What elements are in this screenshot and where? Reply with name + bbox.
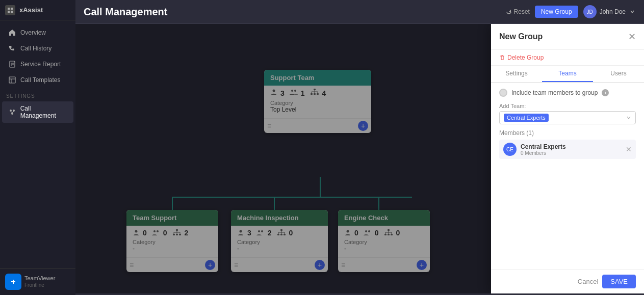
- report-icon: [8, 60, 16, 68]
- svg-point-11: [10, 110, 12, 112]
- home-icon: [8, 29, 16, 37]
- new-group-modal: New Group ✕ Delete Group Settings Teams …: [491, 24, 644, 293]
- modal-tabs: Settings Teams Users: [491, 66, 644, 83]
- sidebar-item-call-management[interactable]: Call Management: [2, 101, 73, 123]
- sidebar-nav: Overview Call History Service Report Cal…: [0, 20, 75, 268]
- svg-point-13: [11, 113, 13, 115]
- modal-close-button[interactable]: ✕: [628, 31, 636, 42]
- main-header: Call Management Reset New Group JD John …: [75, 0, 644, 24]
- svg-rect-8: [9, 77, 15, 83]
- svg-rect-2: [8, 11, 10, 13]
- sidebar-item-overview[interactable]: Overview: [2, 25, 73, 40]
- svg-rect-0: [8, 8, 10, 10]
- svg-line-14: [11, 112, 12, 113]
- modal-body: Include team members to group i Add Team…: [491, 83, 644, 269]
- user-name: John Doe: [600, 8, 626, 15]
- svg-point-12: [13, 110, 15, 112]
- canvas-area: Support Team 3 1 4 Catego: [75, 24, 644, 293]
- avatar: JD: [583, 5, 597, 18]
- tv-logo-text: TeamViewer Frontline: [24, 275, 55, 288]
- tv-branding: TeamViewer Frontline: [0, 268, 75, 295]
- template-icon: [8, 76, 16, 84]
- save-button[interactable]: SAVE: [602, 275, 636, 288]
- svg-line-15: [12, 112, 14, 113]
- cancel-button[interactable]: Cancel: [578, 278, 598, 285]
- tv-logo: TeamViewer Frontline: [5, 274, 70, 290]
- delete-group-row[interactable]: Delete Group: [491, 50, 644, 66]
- member-info: CE Central Experts 0 Members: [503, 143, 566, 156]
- info-icon: i: [602, 89, 609, 96]
- app-name: xAssist: [19, 6, 43, 14]
- add-team-label: Add Team:: [499, 103, 636, 109]
- tv-logo-box: [5, 274, 21, 290]
- phone-icon: [8, 44, 16, 52]
- svg-rect-3: [11, 11, 13, 13]
- toggle-button[interactable]: [499, 89, 507, 97]
- management-icon: [8, 108, 16, 116]
- dropdown-icon: [626, 115, 631, 120]
- modal-header: New Group ✕: [491, 24, 644, 50]
- user-info: JD John Doe: [583, 5, 636, 18]
- user-menu-icon: [629, 8, 636, 15]
- toggle-row: Include team members to group i: [499, 89, 636, 97]
- sidebar: xAssist Overview Call History Service Re…: [0, 0, 75, 295]
- members-label: Members (1): [499, 129, 636, 137]
- header-right: Reset New Group JD John Doe: [506, 5, 636, 18]
- tab-teams[interactable]: Teams: [542, 66, 593, 82]
- member-row: CE Central Experts 0 Members ✕: [499, 140, 636, 159]
- settings-label: SETTINGS: [0, 88, 75, 101]
- member-avatar: CE: [503, 143, 517, 156]
- team-tag: Central Experts: [504, 114, 549, 122]
- modal-overlay: New Group ✕ Delete Group Settings Teams …: [75, 24, 644, 293]
- page-title: Call Management: [84, 6, 167, 18]
- sidebar-item-call-history[interactable]: Call History: [2, 41, 73, 56]
- team-input[interactable]: Central Experts: [499, 111, 636, 124]
- main-area: Call Management Reset New Group JD John …: [75, 0, 644, 295]
- sidebar-logo: xAssist: [0, 0, 75, 20]
- modal-footer: Cancel SAVE: [491, 269, 644, 293]
- tab-users[interactable]: Users: [593, 66, 644, 82]
- modal-title: New Group: [499, 32, 543, 41]
- sidebar-item-service-report[interactable]: Service Report: [2, 57, 73, 72]
- trash-icon: [499, 55, 505, 61]
- reset-button[interactable]: Reset: [506, 8, 530, 15]
- tab-settings[interactable]: Settings: [491, 66, 542, 82]
- member-remove-button[interactable]: ✕: [626, 145, 632, 153]
- new-group-button[interactable]: New Group: [535, 6, 578, 18]
- member-details: Central Experts 0 Members: [521, 143, 566, 156]
- sidebar-item-call-templates[interactable]: Call Templates: [2, 72, 73, 88]
- svg-rect-1: [11, 8, 13, 10]
